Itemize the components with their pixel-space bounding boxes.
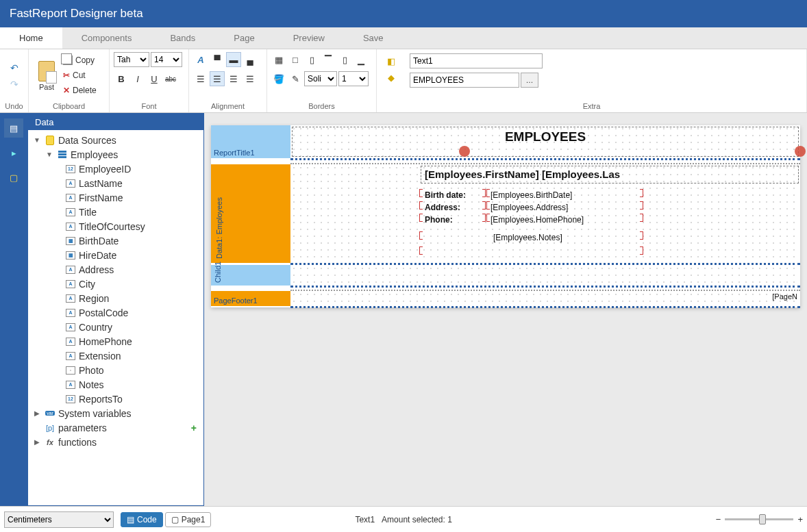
report-page[interactable]: ReportTitle1 EMPLOYEES Data1: Employees …	[211, 125, 800, 307]
label-address[interactable]: Address:	[425, 203, 460, 212]
tree-field[interactable]: ATitleOfCourtesy	[29, 219, 202, 233]
tree-field[interactable]: AFirstName	[29, 190, 202, 205]
strike-button[interactable]: abc	[163, 71, 178, 86]
align-center-button[interactable]: ☰	[210, 71, 225, 86]
tree-datasources[interactable]: ▼ Data Sources	[29, 133, 202, 147]
ribbon-tabs: Home Components Bands Page Preview Save	[0, 27, 807, 49]
tab-page[interactable]: Page	[214, 27, 273, 49]
units-select[interactable]: Centimeters	[4, 511, 114, 528]
expression-input[interactable]	[410, 73, 519, 88]
add-param-icon[interactable]: +	[191, 422, 197, 433]
tree-field[interactable]: ACountry	[29, 320, 202, 334]
tab-save[interactable]: Save	[344, 27, 403, 49]
label-phone[interactable]: Phone:	[425, 215, 453, 225]
name-field[interactable]: [Employees.FirstName] [Employees.Las	[425, 168, 620, 180]
zoom-in-button[interactable]: +	[797, 514, 803, 524]
tree-field[interactable]: ▦HireDate	[29, 248, 202, 262]
tree-field[interactable]: AExtension	[29, 349, 202, 363]
tree-params[interactable]: [p] parameters +	[29, 420, 202, 435]
selection-handle[interactable]	[459, 146, 470, 157]
expression-browse-button[interactable]: …	[521, 73, 538, 88]
tree-field[interactable]: ▫Photo	[29, 363, 202, 377]
valign-top-button[interactable]: ▀	[210, 52, 225, 67]
valign-bot-button[interactable]: ▄	[243, 52, 258, 67]
tree-field[interactable]: 12EmployeeID	[29, 162, 202, 176]
tab-components[interactable]: Components	[62, 27, 151, 49]
border-width-select[interactable]: 1	[338, 71, 369, 86]
status-object: Text1	[355, 515, 375, 524]
tree-field[interactable]: ACity	[29, 277, 202, 291]
bold-button[interactable]: B	[114, 71, 129, 86]
page-number[interactable]: [PageN	[772, 292, 797, 301]
tree-tab-button[interactable]: ▸	[4, 143, 23, 162]
border-color-button[interactable]: ✎	[288, 71, 303, 86]
align-justify-button[interactable]: ☰	[243, 71, 258, 86]
zoom-slider[interactable]: − +	[716, 514, 803, 524]
border-bottom-button[interactable]: ▁	[353, 52, 369, 67]
tree-field[interactable]: AHomePhone	[29, 334, 202, 349]
valign-mid-button[interactable]: ▬	[226, 52, 241, 67]
tree-field[interactable]: 12ReportsTo	[29, 392, 202, 406]
border-style-select[interactable]: Soli	[304, 71, 337, 86]
label-birthdate[interactable]: Birth date:	[425, 190, 466, 200]
tree-field[interactable]: ▦BirthDate	[29, 233, 202, 248]
band-child1[interactable]: Child1	[211, 265, 800, 286]
tab-preview[interactable]: Preview	[274, 27, 344, 49]
border-all-button[interactable]: ▦	[271, 52, 286, 67]
tree-field[interactable]: ARegion	[29, 291, 202, 305]
border-top-button[interactable]: ▔	[321, 52, 336, 67]
tree-field[interactable]: ANotes	[29, 377, 202, 392]
props-tab-button[interactable]: ▢	[4, 168, 23, 187]
data-panel: Data ▼ Data Sources ▼ Employees 12Employ…	[27, 113, 204, 506]
status-bar: Centimeters ▤Code ▢Page1 Text1 Amount se…	[0, 506, 807, 532]
paste-button[interactable]: Past	[33, 52, 60, 100]
tree-field[interactable]: APostalCode	[29, 305, 202, 320]
band-data1[interactable]: Data1: Employees [Employees.FirstName] […	[211, 164, 800, 263]
cut-button[interactable]: ✂Cut	[63, 68, 97, 82]
tree-sysvars[interactable]: ▶var System variables	[29, 406, 202, 420]
status-selection: Amount selected: 1	[382, 515, 452, 524]
tab-home[interactable]: Home	[0, 27, 62, 49]
tree-field[interactable]: AAddress	[29, 262, 202, 277]
group-extra-label: Extra	[377, 102, 806, 110]
value-phone[interactable]: [Employees.HomePhone]	[491, 215, 584, 225]
value-notes[interactable]: [Employees.Notes]	[493, 233, 562, 242]
object-name-input[interactable]	[410, 53, 543, 68]
style-button[interactable]: ◧	[384, 53, 399, 68]
border-right-button[interactable]: ▯	[337, 52, 352, 67]
font-size-select[interactable]: 14	[151, 52, 182, 67]
redo-button[interactable]: ↷	[7, 77, 22, 92]
format-button[interactable]: A	[193, 52, 208, 67]
copy-button[interactable]: Copy	[63, 53, 97, 67]
view-code-button[interactable]: ▤Code	[121, 512, 163, 527]
selection-handle[interactable]	[795, 146, 806, 157]
value-address[interactable]: [Employees.Address]	[491, 203, 568, 212]
fill-color-button[interactable]: 🪣	[271, 71, 286, 86]
value-birthdate[interactable]: [Employees.BirthDate]	[491, 190, 572, 200]
zoom-out-button[interactable]: −	[716, 514, 721, 524]
conditional-button[interactable]: ◆	[384, 70, 399, 85]
view-page-button[interactable]: ▢Page1	[165, 512, 212, 527]
tree-field[interactable]: ATitle	[29, 205, 202, 219]
tree-employees[interactable]: ▼ Employees	[29, 147, 202, 162]
undo-button[interactable]: ↶	[7, 60, 22, 75]
underline-button[interactable]: U	[147, 71, 162, 86]
title-bar: FastReport Designer beta	[0, 0, 807, 27]
scissors-icon: ✂	[63, 71, 70, 80]
italic-button[interactable]: I	[130, 71, 145, 86]
align-left-button[interactable]: ☰	[193, 71, 208, 86]
title-text[interactable]: EMPLOYEES	[505, 129, 586, 144]
data-tab-button[interactable]: ▤	[4, 118, 23, 138]
band-page-footer[interactable]: PageFooter1 [PageN	[211, 291, 800, 306]
font-family-select[interactable]: Tah	[114, 52, 149, 67]
tab-bands[interactable]: Bands	[151, 27, 214, 49]
band-report-title[interactable]: ReportTitle1 EMPLOYEES	[211, 125, 800, 158]
border-none-button[interactable]: □	[288, 52, 303, 67]
align-right-button[interactable]: ☰	[226, 71, 241, 86]
delete-button[interactable]: ✕Delete	[63, 84, 97, 97]
design-workspace[interactable]: ReportTitle1 EMPLOYEES Data1: Employees …	[204, 113, 807, 506]
data-panel-title: Data	[28, 114, 203, 130]
border-left-button[interactable]: ▯	[304, 52, 319, 67]
tree-functions[interactable]: ▶fx functions	[29, 435, 202, 449]
tree-field[interactable]: ALastName	[29, 176, 202, 190]
